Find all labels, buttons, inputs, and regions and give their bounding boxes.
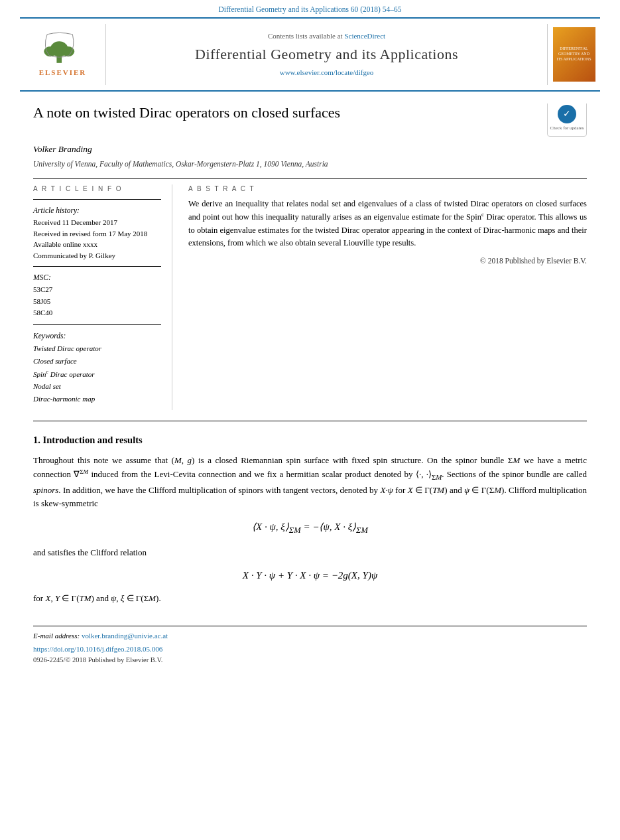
check-icon: ✓ xyxy=(558,105,576,123)
email-link[interactable]: volker.branding@univie.ac.at xyxy=(82,632,168,640)
section-divider xyxy=(33,421,587,421)
article-title-row: ✓ Check for updates A note on twisted Di… xyxy=(33,104,587,137)
keywords-divider xyxy=(33,324,161,325)
article-info-label: A R T I C L E I N F O xyxy=(33,184,161,194)
and-word: and xyxy=(239,470,251,480)
article-title: A note on twisted Dirac operators on clo… xyxy=(33,104,587,123)
article-history: Article history: Received 11 December 20… xyxy=(33,205,161,261)
info-divider xyxy=(33,199,161,200)
received-date: Received 11 December 2017 xyxy=(33,217,161,228)
keyword-1: Twisted Dirac operator xyxy=(33,342,161,355)
article-info-column: A R T I C L E I N F O Article history: R… xyxy=(33,184,172,410)
journal-url[interactable]: www.elsevier.com/locate/difgeo xyxy=(280,68,374,78)
sciencedirect-line: Contents lists available at ScienceDirec… xyxy=(268,31,385,41)
check-updates-badge[interactable]: ✓ Check for updates xyxy=(547,104,587,137)
msc-code-1: 53C27 58J05 58C40 xyxy=(33,284,161,319)
section-1-heading: 1. Introduction and results xyxy=(33,433,587,447)
available-online: Available online xxxx xyxy=(33,239,161,250)
journal-reference-text: Differential Geometry and its Applicatio… xyxy=(218,5,401,13)
footnote-area: E-mail address: volker.branding@univie.a… xyxy=(33,626,587,665)
elsevier-logo: ELSEVIER xyxy=(27,31,99,78)
elsevier-tree-icon xyxy=(36,31,90,66)
keyword-5: Dirac-harmonic map xyxy=(33,393,161,405)
abstract-text: We derive an inequality that relates nod… xyxy=(188,198,587,250)
elsevier-logo-area: ELSEVIER xyxy=(20,24,106,85)
affiliation: University of Vienna, Faculty of Mathema… xyxy=(33,159,587,169)
keywords-section: Keywords: Twisted Dirac operator Closed … xyxy=(33,330,161,405)
abstract-column: A B S T R A C T We derive an inequality … xyxy=(188,184,587,410)
elsevier-wordmark: ELSEVIER xyxy=(39,68,87,78)
journal-reference-line: Differential Geometry and its Applicatio… xyxy=(0,0,620,17)
their-word: their xyxy=(572,226,587,235)
journal-info-center: Contents lists available at ScienceDirec… xyxy=(106,24,547,85)
info-abstract-columns: A R T I C L E I N F O Article history: R… xyxy=(33,184,587,410)
copyright-text: © 2018 Published by Elsevier B.V. xyxy=(188,255,587,266)
email-footnote: E-mail address: volker.branding@univie.a… xyxy=(33,630,587,642)
section-1-para-1: Throughout this note we assume that (M, … xyxy=(33,454,587,512)
cover-image: DIFFERENTIAL GEOMETRY AND ITS APPLICATIO… xyxy=(553,27,595,82)
msc-title: MSC: xyxy=(33,272,161,283)
journal-title: Differential Geometry and its Applicatio… xyxy=(195,44,458,65)
keyword-3: Spinc Dirac operator xyxy=(33,368,161,380)
main-content: ✓ Check for updates A note on twisted Di… xyxy=(0,92,620,679)
doi-line[interactable]: https://doi.org/10.1016/j.difgeo.2018.05… xyxy=(33,644,587,654)
communicated-by: Communicated by P. Gilkey xyxy=(33,250,161,261)
keyword-4: Nodal set xyxy=(33,380,161,393)
svg-point-3 xyxy=(62,46,74,56)
check-updates-label: Check for updates xyxy=(550,125,584,132)
equation-2: X · Y · ψ + Y · X · ψ = −2g(X, Y)ψ xyxy=(33,569,587,583)
abstract-label: A B S T R A C T xyxy=(188,184,587,194)
keywords-title: Keywords: xyxy=(33,330,161,341)
email-label: E-mail address: xyxy=(33,632,80,640)
journal-cover: DIFFERENTIAL GEOMETRY AND ITS APPLICATIO… xyxy=(547,24,600,85)
issn-line: 0926-2245/© 2018 Published by Elsevier B… xyxy=(33,656,587,665)
contents-available-text: Contents lists available at xyxy=(268,32,343,40)
section-1-para-2: and satisfies the Clifford relation xyxy=(33,546,587,560)
section-1-para-3: for X, Y ∈ Γ(TM) and ψ, ξ ∈ Γ(ΣM). xyxy=(33,592,587,606)
divider-after-affiliation xyxy=(33,178,587,179)
msc-divider xyxy=(33,266,161,267)
author-name: Volker Branding xyxy=(33,143,587,156)
keyword-2: Closed surface xyxy=(33,355,161,368)
equation-1: ⟨X · ψ, ξ⟩ΣM = −⟨ψ, X · ξ⟩ΣM xyxy=(33,520,587,537)
journal-header: ELSEVIER Contents lists available at Sci… xyxy=(20,17,600,92)
msc-section: MSC: 53C27 58J05 58C40 xyxy=(33,272,161,319)
cover-title-text: DIFFERENTIAL GEOMETRY AND ITS APPLICATIO… xyxy=(556,46,593,62)
revised-date: Received in revised form 17 May 2018 xyxy=(33,228,161,240)
keywords-list: Twisted Dirac operator Closed surface Sp… xyxy=(33,342,161,405)
history-title: Article history: xyxy=(33,205,161,216)
sciencedirect-link[interactable]: ScienceDirect xyxy=(344,32,385,40)
